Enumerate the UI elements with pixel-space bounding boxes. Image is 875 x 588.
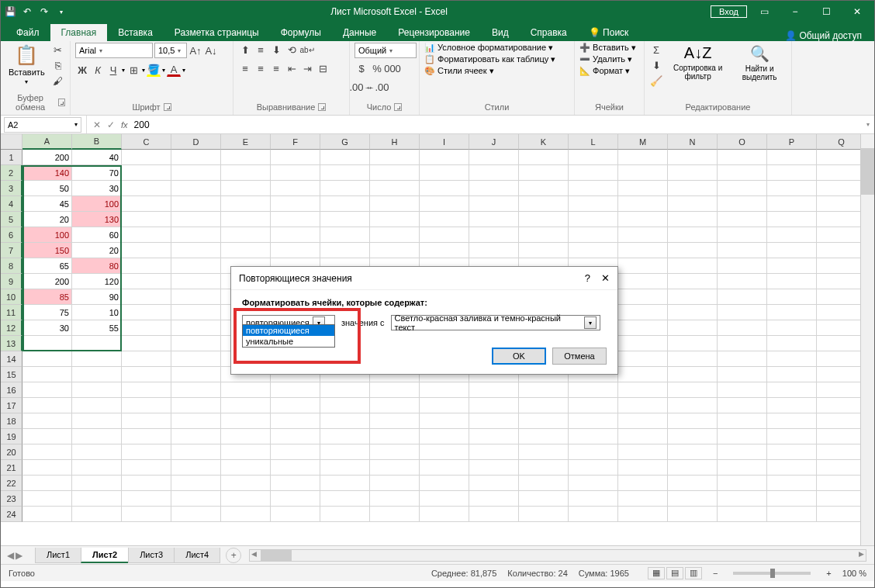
cell[interactable] bbox=[668, 258, 718, 274]
cell[interactable] bbox=[718, 305, 767, 320]
cell[interactable] bbox=[767, 336, 817, 351]
row-header[interactable]: 7 bbox=[1, 243, 22, 258]
cell[interactable] bbox=[221, 150, 271, 165]
cell[interactable] bbox=[320, 196, 370, 212]
cell[interactable] bbox=[72, 398, 122, 413]
cell[interactable]: 120 bbox=[72, 274, 122, 289]
cell[interactable] bbox=[469, 398, 519, 413]
cell[interactable] bbox=[618, 274, 668, 289]
cell[interactable] bbox=[618, 460, 668, 476]
column-header[interactable]: N bbox=[668, 134, 718, 150]
cell[interactable] bbox=[668, 382, 718, 398]
column-header[interactable]: F bbox=[271, 134, 320, 150]
cell[interactable]: 50 bbox=[22, 181, 72, 196]
cell[interactable] bbox=[618, 429, 668, 444]
cell[interactable] bbox=[221, 165, 271, 181]
cell[interactable] bbox=[320, 398, 370, 413]
cell[interactable] bbox=[370, 382, 420, 398]
cell[interactable]: 130 bbox=[72, 212, 122, 227]
column-header[interactable]: C bbox=[122, 134, 171, 150]
cell[interactable] bbox=[22, 476, 72, 491]
cell[interactable] bbox=[171, 227, 221, 243]
cell[interactable] bbox=[320, 227, 370, 243]
cell[interactable] bbox=[171, 507, 221, 522]
minimize-icon[interactable]: − bbox=[781, 4, 809, 19]
cell[interactable] bbox=[519, 491, 569, 507]
cell[interactable] bbox=[569, 444, 618, 460]
cell[interactable] bbox=[271, 196, 320, 212]
cell[interactable] bbox=[469, 165, 519, 181]
cell[interactable] bbox=[817, 398, 866, 413]
row-header[interactable]: 5 bbox=[1, 212, 22, 227]
zoom-out-icon[interactable]: − bbox=[713, 569, 718, 578]
cell[interactable] bbox=[122, 413, 171, 429]
cell[interactable] bbox=[420, 181, 469, 196]
cell[interactable] bbox=[718, 274, 767, 289]
cell[interactable]: 80 bbox=[72, 258, 122, 274]
cell[interactable]: 45 bbox=[22, 196, 72, 212]
cell[interactable] bbox=[122, 181, 171, 196]
column-header[interactable]: G bbox=[320, 134, 370, 150]
save-icon[interactable]: 💾 bbox=[4, 5, 16, 18]
cell[interactable] bbox=[618, 150, 668, 165]
cell[interactable] bbox=[569, 227, 618, 243]
cell[interactable] bbox=[171, 460, 221, 476]
cell[interactable] bbox=[668, 227, 718, 243]
cell[interactable] bbox=[221, 429, 271, 444]
cell[interactable] bbox=[221, 196, 271, 212]
cell[interactable] bbox=[370, 227, 420, 243]
tab-review[interactable]: Рецензирование bbox=[387, 24, 481, 41]
cell[interactable] bbox=[420, 429, 469, 444]
cell[interactable] bbox=[519, 181, 569, 196]
cell[interactable] bbox=[767, 150, 817, 165]
cell[interactable] bbox=[171, 413, 221, 429]
cell[interactable] bbox=[22, 398, 72, 413]
cell[interactable] bbox=[817, 305, 866, 320]
cell[interactable] bbox=[817, 165, 866, 181]
row-header[interactable]: 10 bbox=[1, 289, 22, 305]
column-header[interactable]: Q bbox=[817, 134, 866, 150]
cell[interactable] bbox=[767, 444, 817, 460]
cell[interactable] bbox=[171, 444, 221, 460]
cell[interactable] bbox=[72, 351, 122, 367]
cell[interactable] bbox=[618, 507, 668, 522]
select-all-corner[interactable] bbox=[1, 134, 22, 150]
paste-button[interactable]: 📋 Вставить ▾ bbox=[5, 43, 48, 87]
cell[interactable]: 150 bbox=[22, 243, 72, 258]
cell[interactable] bbox=[718, 258, 767, 274]
row-header[interactable]: 19 bbox=[1, 429, 22, 444]
cell[interactable] bbox=[72, 336, 122, 351]
cell[interactable] bbox=[420, 165, 469, 181]
cell[interactable] bbox=[420, 243, 469, 258]
cell[interactable] bbox=[420, 398, 469, 413]
cell[interactable] bbox=[767, 243, 817, 258]
cell[interactable] bbox=[767, 476, 817, 491]
cell[interactable] bbox=[618, 476, 668, 491]
cell[interactable]: 20 bbox=[22, 212, 72, 227]
column-header[interactable]: M bbox=[618, 134, 668, 150]
cell[interactable] bbox=[420, 227, 469, 243]
cell[interactable] bbox=[122, 444, 171, 460]
italic-icon[interactable]: К bbox=[91, 63, 105, 77]
tab-nav-prev-icon[interactable]: ◀ bbox=[7, 550, 14, 561]
cell[interactable] bbox=[569, 196, 618, 212]
row-header[interactable]: 24 bbox=[1, 507, 22, 522]
row-header[interactable]: 6 bbox=[1, 227, 22, 243]
undo-icon[interactable]: ↶ bbox=[21, 5, 33, 18]
cell[interactable] bbox=[569, 429, 618, 444]
cell[interactable] bbox=[122, 382, 171, 398]
cell[interactable] bbox=[668, 274, 718, 289]
cell[interactable] bbox=[767, 507, 817, 522]
cell[interactable] bbox=[618, 491, 668, 507]
cell[interactable] bbox=[668, 243, 718, 258]
fill-icon[interactable]: ⬇ bbox=[649, 58, 663, 72]
increase-font-icon[interactable]: A↑ bbox=[188, 43, 202, 57]
cell[interactable] bbox=[668, 413, 718, 429]
cell[interactable] bbox=[569, 507, 618, 522]
cell[interactable] bbox=[519, 413, 569, 429]
row-header[interactable]: 21 bbox=[1, 460, 22, 476]
cell[interactable] bbox=[122, 429, 171, 444]
cell[interactable]: 30 bbox=[22, 320, 72, 336]
cell[interactable] bbox=[122, 491, 171, 507]
cell[interactable] bbox=[420, 382, 469, 398]
